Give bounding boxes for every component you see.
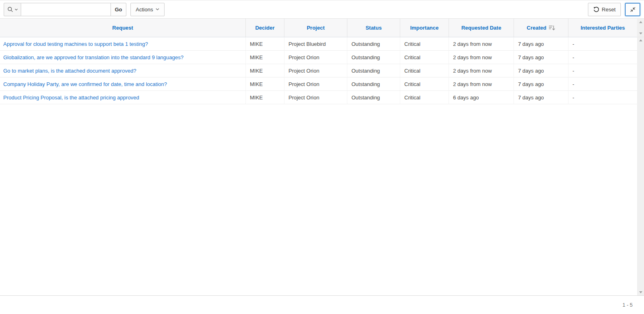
cell-project: Project Orion: [284, 91, 347, 104]
column-header-label: Request: [112, 25, 133, 31]
column-header-label: Status: [366, 25, 382, 31]
cell-importance: Critical: [400, 91, 449, 104]
collapse-region-button[interactable]: [625, 3, 640, 16]
column-header-requested_date[interactable]: Requested Date: [449, 19, 514, 37]
cell-project: Project Orion: [284, 64, 347, 77]
cell-request: Globalization, are we approved for trans…: [0, 51, 246, 64]
cell-status: Outstanding: [347, 37, 400, 50]
table-row: Approval for cloud testing machines to s…: [0, 37, 637, 51]
request-link[interactable]: Go to market plans, is the attached docu…: [3, 68, 136, 74]
cell-status: Outstanding: [347, 64, 400, 77]
interactive-report-region: Go Actions Reset: [0, 0, 644, 314]
cell-request: Go to market plans, is the attached docu…: [0, 64, 246, 77]
cell-request: Approval for cloud testing machines to s…: [0, 37, 246, 50]
cell-requested_date: 6 days ago: [449, 91, 514, 104]
reset-button-label: Reset: [602, 6, 616, 13]
column-header-label: Created: [527, 25, 546, 31]
search-column-dropdown-button[interactable]: [4, 3, 21, 16]
cell-requested_date: 2 days from now: [449, 64, 514, 77]
cell-request: Company Holiday Party, are we confirmed …: [0, 77, 246, 90]
cell-project: Project Bluebird: [284, 37, 347, 50]
cell-created: 7 days ago: [514, 91, 568, 104]
grid-body: Approval for cloud testing machines to s…: [0, 37, 637, 104]
column-header-label: Interested Parties: [581, 25, 625, 31]
cell-importance: Critical: [400, 51, 449, 64]
header-scrollbar[interactable]: [637, 19, 644, 37]
search-bar: Go: [4, 3, 126, 16]
actions-button-label: Actions: [136, 6, 153, 13]
request-link[interactable]: Globalization, are we approved for trans…: [3, 54, 184, 60]
request-link[interactable]: Product Pricing Proposal, is the attache…: [3, 95, 139, 101]
body-scrollbar[interactable]: [637, 37, 644, 295]
column-header-interested_parties[interactable]: Interested Parties: [568, 19, 637, 37]
scroll-up-arrow-icon[interactable]: [639, 39, 642, 41]
cell-requested_date: 2 days from now: [449, 77, 514, 90]
cell-decider: MIKE: [246, 51, 284, 64]
collapse-icon: [630, 6, 636, 13]
cell-created: 7 days ago: [514, 37, 568, 50]
cell-interested_parties: -: [568, 51, 637, 64]
chevron-down-icon: [156, 8, 159, 11]
cell-status: Outstanding: [347, 91, 400, 104]
actions-button[interactable]: Actions: [130, 3, 165, 16]
column-header-created[interactable]: Created: [514, 19, 568, 37]
column-header-label: Decider: [255, 25, 275, 31]
go-button[interactable]: Go: [111, 3, 126, 16]
cell-interested_parties: -: [568, 77, 637, 90]
pagination-range: 1 - 5: [622, 302, 633, 308]
report-footer: 1 - 5: [0, 295, 644, 314]
table-row: Globalization, are we approved for trans…: [0, 51, 637, 64]
cell-interested_parties: -: [568, 37, 637, 50]
cell-importance: Critical: [400, 77, 449, 90]
cell-request: Product Pricing Proposal, is the attache…: [0, 91, 246, 104]
cell-interested_parties: -: [568, 91, 637, 104]
search-input[interactable]: [21, 3, 111, 16]
reset-icon: [593, 6, 599, 13]
cell-status: Outstanding: [347, 51, 400, 64]
scroll-down-arrow-icon[interactable]: [639, 32, 642, 34]
grid-header-row: RequestDeciderProjectStatusImportanceReq…: [0, 19, 637, 37]
cell-project: Project Orion: [284, 77, 347, 90]
cell-decider: MIKE: [246, 77, 284, 90]
column-header-label: Requested Date: [461, 25, 501, 31]
vertical-scrollbar[interactable]: [637, 19, 644, 295]
cell-requested_date: 2 days from now: [449, 37, 514, 50]
cell-decider: MIKE: [246, 91, 284, 104]
search-icon: [7, 6, 13, 13]
cell-created: 7 days ago: [514, 51, 568, 64]
table-row: Product Pricing Proposal, is the attache…: [0, 91, 637, 104]
cell-created: 7 days ago: [514, 77, 568, 90]
request-link[interactable]: Company Holiday Party, are we confirmed …: [3, 81, 167, 87]
table-row: Company Holiday Party, are we confirmed …: [0, 77, 637, 91]
report-toolbar: Go Actions Reset: [0, 0, 644, 19]
column-header-decider[interactable]: Decider: [246, 19, 284, 37]
sort-descending-icon: [549, 25, 555, 31]
column-header-label: Project: [307, 25, 325, 31]
table-row: Go to market plans, is the attached docu…: [0, 64, 637, 77]
column-header-project[interactable]: Project: [284, 19, 347, 37]
scroll-up-arrow-icon[interactable]: [639, 21, 642, 23]
request-link[interactable]: Approval for cloud testing machines to s…: [3, 41, 148, 47]
column-header-request[interactable]: Request: [0, 19, 246, 37]
reset-button[interactable]: Reset: [588, 3, 621, 16]
column-header-status[interactable]: Status: [347, 19, 400, 37]
cell-project: Project Orion: [284, 51, 347, 64]
cell-requested_date: 2 days from now: [449, 51, 514, 64]
cell-importance: Critical: [400, 64, 449, 77]
cell-interested_parties: -: [568, 64, 637, 77]
cell-importance: Critical: [400, 37, 449, 50]
cell-decider: MIKE: [246, 64, 284, 77]
cell-decider: MIKE: [246, 37, 284, 50]
column-header-importance[interactable]: Importance: [400, 19, 449, 37]
scroll-down-arrow-icon[interactable]: [639, 291, 642, 293]
cell-status: Outstanding: [347, 77, 400, 90]
cell-created: 7 days ago: [514, 64, 568, 77]
column-header-label: Importance: [410, 25, 438, 31]
chevron-down-icon: [15, 9, 18, 11]
